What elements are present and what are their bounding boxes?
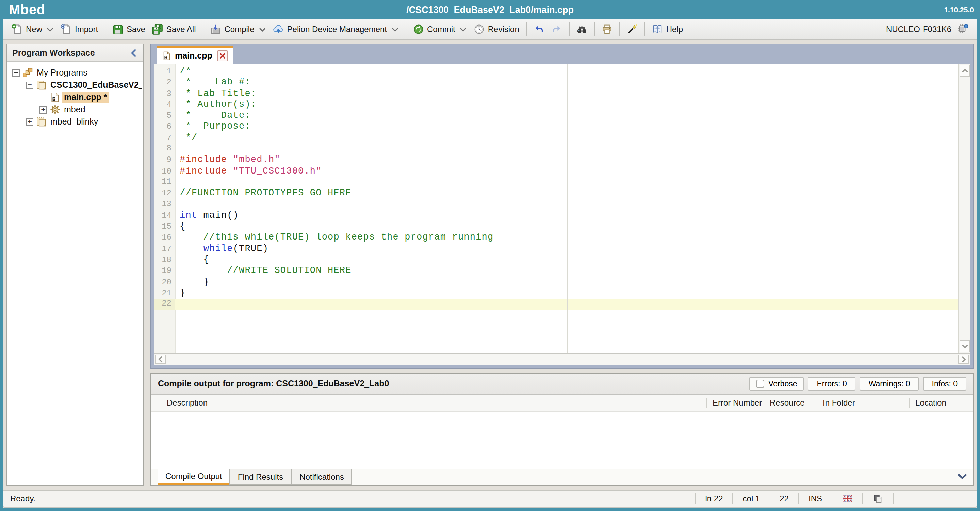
- pages-button[interactable]: [862, 493, 894, 504]
- dropdown-caret-icon: [460, 26, 467, 32]
- tree-item-label: mbed_blinky: [48, 116, 100, 127]
- vertical-scrollbar[interactable]: [958, 64, 970, 353]
- code-line[interactable]: 13: [154, 199, 958, 210]
- code-line[interactable]: 10#include "TTU_CSC1300.h": [154, 166, 958, 177]
- tree-item-mbed[interactable]: +mbed: [8, 103, 142, 116]
- scroll-up-button[interactable]: [959, 65, 970, 77]
- line-number: 7: [154, 134, 176, 143]
- tab-compile-output[interactable]: Compile Output: [158, 470, 230, 485]
- code-line[interactable]: 1/*: [154, 66, 958, 77]
- line-number: 21: [154, 288, 176, 298]
- save-icon: [112, 24, 123, 35]
- toolbar-separator: [619, 22, 620, 36]
- device-chip-icon: [958, 24, 969, 35]
- pelion-cloud-icon: [273, 24, 284, 35]
- status-message: Ready.: [10, 494, 35, 503]
- find-binoculars-button[interactable]: [573, 22, 591, 36]
- code-line[interactable]: 6 * Purpose:: [154, 121, 958, 133]
- expand-node-icon[interactable]: +: [26, 118, 33, 126]
- verbose-toggle[interactable]: Verbose: [749, 377, 804, 390]
- code-line[interactable]: 4 * Author(s):: [154, 99, 958, 111]
- infos-count-badge: Infos: 0: [923, 377, 966, 390]
- commit-button[interactable]: Commit: [409, 22, 470, 36]
- column-header-description[interactable]: Description: [161, 398, 706, 408]
- title-bar: Mbed /CSC1300_EduBaseV2_Lab0/main.cpp 1.…: [0, 0, 980, 19]
- code-line[interactable]: 3 * Lab Title:: [154, 88, 958, 99]
- device-selector-button[interactable]: [954, 22, 972, 36]
- print-button[interactable]: [598, 22, 616, 36]
- code-line[interactable]: 16 //this while(TRUE) loop keeps the pro…: [154, 232, 958, 244]
- collapse-sidebar-button[interactable]: [130, 49, 137, 57]
- collapse-node-icon[interactable]: −: [26, 81, 33, 89]
- tab-notifications[interactable]: Notifications: [291, 470, 352, 485]
- code-line[interactable]: 15{: [154, 221, 958, 232]
- code-line[interactable]: 14int main(): [154, 210, 958, 221]
- tab-find-results[interactable]: Find Results: [230, 470, 291, 485]
- code-line[interactable]: 20 }: [154, 277, 958, 288]
- collapse-panel-button[interactable]: [958, 473, 967, 481]
- cursor-position-line: ln 22: [695, 493, 732, 504]
- code-line[interactable]: 17 while(TRUE): [154, 244, 958, 255]
- code-line[interactable]: 7 */: [154, 133, 958, 144]
- main-area: Program Workspace −My Programs−CSC1300_E…: [3, 40, 977, 488]
- code-line[interactable]: 8: [154, 143, 958, 155]
- code-line[interactable]: 11: [154, 177, 958, 188]
- tab-label: main.cpp: [175, 51, 212, 60]
- tree-item-my-programs[interactable]: −My Programs: [8, 67, 142, 79]
- redo-button[interactable]: [548, 22, 566, 36]
- scroll-right-button[interactable]: [958, 355, 969, 364]
- line-number: 1: [154, 67, 176, 76]
- workspace-tree: −My Programs−CSC1300_EduBaseV2_Lab0Cmain…: [7, 62, 143, 133]
- code-line[interactable]: 19 //WRITE SOLUTION HERE: [154, 266, 958, 277]
- undo-button[interactable]: [530, 22, 548, 36]
- toolbar-button-label: Compile: [224, 24, 255, 34]
- code-line[interactable]: 2 * Lab #:: [154, 77, 958, 88]
- code-line[interactable]: 18 {: [154, 255, 958, 266]
- revision-button[interactable]: Revision: [470, 22, 523, 36]
- column-header-location[interactable]: Location: [909, 398, 973, 408]
- wand-button[interactable]: [624, 22, 641, 36]
- scroll-down-button[interactable]: [959, 340, 970, 352]
- tab-main-cpp[interactable]: C main.cpp: [156, 46, 234, 64]
- tree-item-mbed-blinky[interactable]: +mbed_blinky: [8, 116, 142, 128]
- column-header-resource[interactable]: Resource: [764, 398, 817, 408]
- tree-item-csc1300-edubasev2-lab0[interactable]: −CSC1300_EduBaseV2_Lab0: [8, 79, 142, 91]
- program-folder-icon: [36, 116, 47, 127]
- code-line[interactable]: 12//FUNCTION PROTOTYPES GO HERE: [154, 188, 958, 199]
- import-button[interactable]: Import: [57, 22, 102, 36]
- column-header-error-number[interactable]: Error Number: [706, 398, 764, 408]
- tree-item-label: My Programs: [35, 67, 89, 78]
- code-line[interactable]: 9#include "mbed.h": [154, 155, 958, 166]
- revision-clock-icon: [474, 24, 485, 35]
- insert-mode-indicator[interactable]: INS: [798, 493, 832, 504]
- sidebar-title: Program Workspace: [12, 48, 95, 57]
- verbose-checkbox[interactable]: [756, 380, 764, 388]
- total-lines: 22: [769, 493, 798, 504]
- collapse-node-icon[interactable]: −: [12, 69, 20, 76]
- help-button[interactable]: Help: [649, 22, 686, 36]
- code-line[interactable]: 5 * Date:: [154, 110, 958, 121]
- save-all-button[interactable]: Save All: [149, 22, 199, 36]
- horizontal-scrollbar[interactable]: [154, 353, 970, 365]
- pelion-device-management-button[interactable]: Pelion Device Management: [269, 22, 402, 36]
- tree-item-main-cpp[interactable]: Cmain.cpp *: [8, 91, 142, 103]
- scroll-left-button[interactable]: [155, 355, 166, 364]
- editor-tabstrip: C main.cpp: [154, 44, 970, 64]
- code-line[interactable]: 21}: [154, 288, 958, 299]
- code-editor[interactable]: 1/*2 * Lab #:3 * Lab Title:4 * Author(s)…: [154, 64, 970, 353]
- compile-button[interactable]: Compile: [207, 22, 269, 36]
- save-button[interactable]: Save: [109, 22, 149, 36]
- expand-node-icon[interactable]: +: [40, 106, 47, 113]
- editor-panel: C main.cpp 1/*2 * Lab #:3 * Lab Title:4 …: [150, 43, 974, 369]
- toolbar-button-label: New: [26, 24, 42, 34]
- code-line-current[interactable]: 22: [154, 299, 958, 310]
- uk-flag-button[interactable]: [832, 493, 862, 504]
- column-header-in-folder[interactable]: In Folder: [817, 398, 909, 408]
- new-button[interactable]: New: [8, 22, 57, 36]
- mbed-compiler-window: Mbed /CSC1300_EduBaseV2_Lab0/main.cpp 1.…: [0, 0, 980, 511]
- svg-text:C: C: [53, 97, 55, 101]
- line-number: 2: [154, 78, 176, 88]
- line-number: 4: [154, 100, 176, 110]
- toolbar-button-label: Save: [127, 24, 145, 34]
- close-tab-button[interactable]: [217, 50, 228, 61]
